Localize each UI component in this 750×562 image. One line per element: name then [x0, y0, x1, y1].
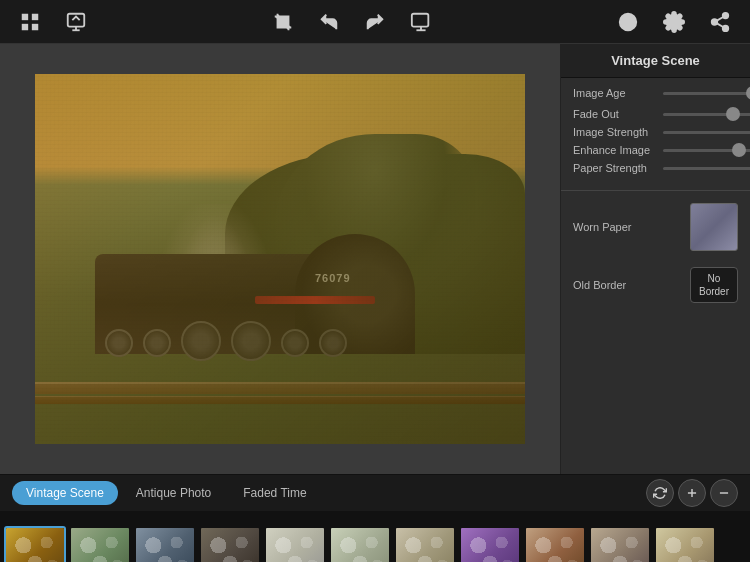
film-thumb-inner-6 [396, 528, 454, 562]
svg-rect-2 [22, 23, 28, 29]
film-thumb-inner-9 [591, 528, 649, 562]
svg-line-15 [717, 23, 723, 27]
paper-strength-slider-container [663, 167, 750, 170]
image-age-slider-container [663, 84, 750, 102]
filmstrip-item-6[interactable]: Vintage 07 [394, 526, 456, 562]
film-thumb-8[interactable] [524, 526, 586, 562]
divider [561, 190, 750, 191]
old-border-row: Old Border No Border [573, 267, 738, 303]
worn-paper-row: Worn Paper [573, 203, 738, 251]
tab-vintage-scene[interactable]: Vintage Scene [12, 481, 118, 505]
film-thumb-0[interactable] [4, 526, 66, 562]
film-thumb-inner-7 [461, 528, 519, 562]
svg-point-14 [723, 25, 729, 30]
image-strength-slider-container [663, 131, 750, 134]
photo-container: 76079 [35, 74, 525, 444]
film-thumb-inner-2 [136, 528, 194, 562]
panel-header: Vintage Scene [561, 44, 750, 78]
filmstrip-item-4[interactable]: Vintage 05 [264, 526, 326, 562]
image-age-label: Image Age [573, 87, 663, 99]
film-thumb-inner-8 [526, 528, 584, 562]
worn-paper-preview-inner [691, 204, 737, 250]
filmstrip-item-7[interactable]: Vintage 08 [459, 526, 521, 562]
film-thumb-inner-10 [656, 528, 714, 562]
svg-point-12 [723, 12, 729, 18]
film-thumb-9[interactable] [589, 526, 651, 562]
add-icon[interactable] [678, 479, 706, 507]
filmstrip-item-5[interactable]: Vintage 06 [329, 526, 391, 562]
enhance-image-row: Enhance Image [573, 144, 738, 156]
share-icon[interactable] [706, 8, 734, 36]
image-strength-row: Image Strength [573, 126, 738, 138]
info-icon[interactable] [614, 8, 642, 36]
worn-paper-label: Worn Paper [573, 221, 632, 233]
film-thumb-inner-5 [331, 528, 389, 562]
paper-strength-label: Paper Strength [573, 162, 663, 174]
filmstrip: Vintage 01 Vintage 02 Vintage 03 Vintage… [0, 512, 750, 562]
paper-strength-row: Paper Strength [573, 162, 738, 174]
svg-rect-1 [32, 13, 38, 19]
enhance-image-slider[interactable] [663, 149, 750, 152]
photo-sepia-overlay [35, 74, 525, 444]
film-thumb-inner-3 [201, 528, 259, 562]
image-age-slider[interactable] [663, 92, 750, 95]
svg-point-10 [627, 24, 629, 26]
canvas-area: 76079 [0, 44, 560, 474]
svg-point-13 [712, 19, 718, 25]
crop-icon[interactable] [269, 8, 297, 36]
fade-out-slider-container [663, 113, 750, 116]
svg-line-16 [717, 16, 723, 20]
upload-icon[interactable] [62, 8, 90, 36]
enhance-image-slider-container [663, 149, 750, 152]
film-thumb-inner-0 [6, 528, 64, 562]
refresh-icon[interactable] [646, 479, 674, 507]
enhance-image-label: Enhance Image [573, 144, 663, 156]
film-thumb-4[interactable] [264, 526, 326, 562]
film-thumb-7[interactable] [459, 526, 521, 562]
top-toolbar [0, 0, 750, 44]
svg-rect-6 [412, 13, 429, 26]
image-strength-label: Image Strength [573, 126, 663, 138]
filmstrip-item-10[interactable]: Vintage 11 [654, 526, 716, 562]
filmstrip-item-2[interactable]: Vintage 03 [134, 526, 196, 562]
export-icon[interactable] [407, 8, 435, 36]
paper-strength-slider[interactable] [663, 167, 750, 170]
bottom-tabs: Vintage Scene Antique Photo Faded Time [0, 474, 750, 512]
fade-out-slider[interactable] [663, 113, 750, 116]
old-border-label: Old Border [573, 279, 626, 291]
worn-paper-thumbnail[interactable] [690, 203, 738, 251]
settings-icon[interactable] [660, 8, 688, 36]
filmstrip-item-1[interactable]: Vintage 02 [69, 526, 131, 562]
grid-icon[interactable] [16, 8, 44, 36]
filmstrip-item-0[interactable]: Vintage 01 [4, 526, 66, 562]
fade-out-label: Fade Out [573, 108, 663, 120]
svg-rect-0 [22, 13, 28, 19]
film-thumb-inner-4 [266, 528, 324, 562]
toolbar-center [269, 8, 435, 36]
minus-icon[interactable] [710, 479, 738, 507]
toolbar-left [16, 8, 90, 36]
image-age-row: Image Age [573, 84, 738, 102]
film-thumb-1[interactable] [69, 526, 131, 562]
tab-faded-time[interactable]: Faded Time [229, 481, 320, 505]
photo-content: 76079 [35, 74, 525, 444]
filmstrip-item-9[interactable]: Vintage 10 [589, 526, 651, 562]
filmstrip-item-8[interactable]: Vintage 09 [524, 526, 586, 562]
redo-icon[interactable] [361, 8, 389, 36]
filmstrip-item-3[interactable]: Vintage 04 [199, 526, 261, 562]
film-thumb-5[interactable] [329, 526, 391, 562]
film-thumb-3[interactable] [199, 526, 261, 562]
tab-antique-photo[interactable]: Antique Photo [122, 481, 225, 505]
film-thumb-10[interactable] [654, 526, 716, 562]
film-thumb-6[interactable] [394, 526, 456, 562]
film-thumb-2[interactable] [134, 526, 196, 562]
fade-out-row: Fade Out [573, 108, 738, 120]
toolbar-right [614, 8, 734, 36]
film-thumb-inner-1 [71, 528, 129, 562]
image-strength-slider[interactable] [663, 131, 750, 134]
main-area: 76079 Vinta [0, 44, 750, 474]
panel-title: Vintage Scene [611, 53, 700, 68]
side-panel: Vintage Scene Image Age Fade Out Imag [560, 44, 750, 474]
undo-icon[interactable] [315, 8, 343, 36]
no-border-button[interactable]: No Border [690, 267, 738, 303]
